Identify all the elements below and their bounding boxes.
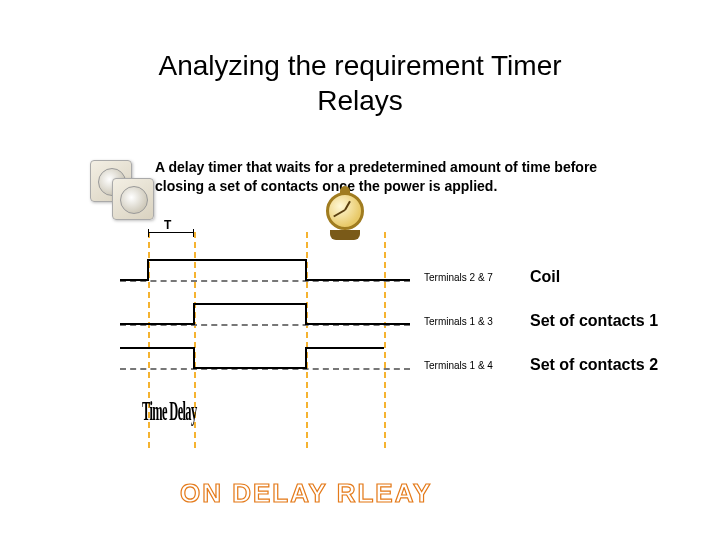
signal-coil: [120, 256, 410, 286]
description-text: A delay timer that waits for a predeterm…: [155, 158, 645, 196]
role-label: Set of contacts 1: [530, 312, 658, 330]
title-line-2: Relays: [317, 85, 403, 116]
role-label: Coil: [530, 268, 560, 286]
title-line-1: Analyzing the requirement Timer: [158, 50, 561, 81]
t-interval-bracket: [148, 232, 194, 240]
terminal-label: Terminals 1 & 4: [424, 360, 493, 371]
page-title: Analyzing the requirement Timer Relays: [0, 48, 720, 118]
relay-icon: [112, 178, 154, 220]
footer-title: ON DELAY RLEAY: [180, 478, 432, 509]
alarm-clock-icon: [322, 188, 368, 234]
signal-contacts-1: [120, 300, 410, 330]
timer-relay-illustration: [90, 150, 160, 220]
role-label: Set of contacts 2: [530, 356, 658, 374]
signal-contacts-2: [120, 344, 410, 374]
time-delay-label: Time Delay: [142, 396, 197, 427]
t-label: T: [164, 218, 171, 232]
terminal-label: Terminals 2 & 7: [424, 272, 493, 283]
terminal-label: Terminals 1 & 3: [424, 316, 493, 327]
